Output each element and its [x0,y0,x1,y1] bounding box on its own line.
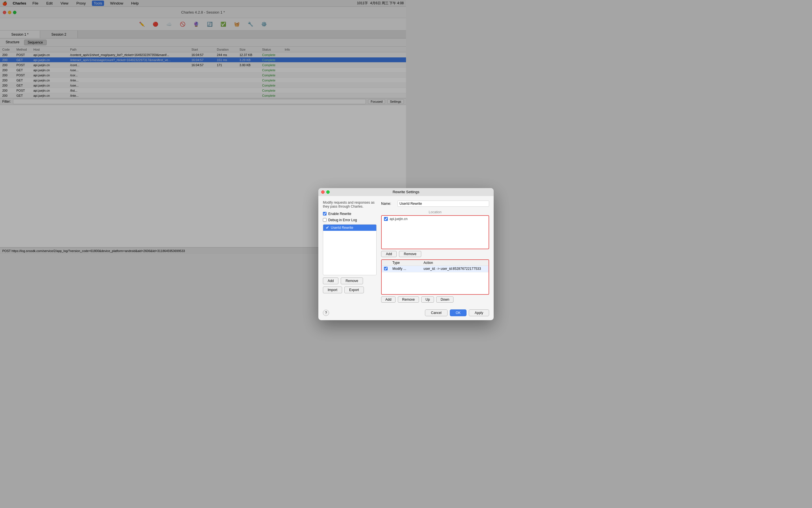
location-buttons: Add Remove [381,251,406,254]
debug-error-log-checkbox[interactable] [323,218,326,222]
debug-error-log-label: Debug in Error Log [328,218,357,222]
modal-overlay: Rewrite Settings Modify requests and res… [0,0,406,254]
modal-title-bar: Rewrite Settings [318,188,406,196]
location-item[interactable]: api.juejin.cn [382,216,406,222]
modal-controls [321,190,330,194]
rule-label: UserId Rewrite [331,226,353,230]
modal-right-panel: Name: Location api.juejin.cn Add Remove [381,201,406,254]
rewrite-settings-modal: Rewrite Settings Modify requests and res… [318,188,406,254]
add-location-button[interactable]: Add [381,251,397,254]
location-label: Location [381,210,406,214]
modal-left-panel: Modify requests and responses as they pa… [323,201,376,254]
enable-rewrite-label: Enable Rewrite [328,212,351,216]
location-list: api.juejin.cn [381,215,406,249]
rewrite-rules-list: UserId Rewrite [323,224,376,254]
modal-expand-button[interactable] [326,190,330,194]
rule-checkbox[interactable] [325,226,329,229]
modal-title: Rewrite Settings [393,190,406,194]
location-section: Location api.juejin.cn Add Remove [381,210,406,254]
name-input[interactable] [398,201,406,207]
modal-body: Modify requests and responses as they pa… [318,196,406,254]
debug-error-log-row: Debug in Error Log [323,218,376,222]
enable-rewrite-checkbox[interactable] [323,212,326,216]
remove-location-button[interactable]: Remove [399,251,406,254]
location-text: api.juejin.cn [390,217,406,221]
rewrite-rule-item[interactable]: UserId Rewrite [323,224,376,231]
enable-rewrite-row: Enable Rewrite [323,212,376,216]
name-field-row: Name: [381,201,406,207]
modal-close-button[interactable] [321,190,325,194]
modal-description: Modify requests and responses as they pa… [323,201,376,208]
name-label: Name: [381,202,395,206]
location-checkbox[interactable] [384,217,388,221]
